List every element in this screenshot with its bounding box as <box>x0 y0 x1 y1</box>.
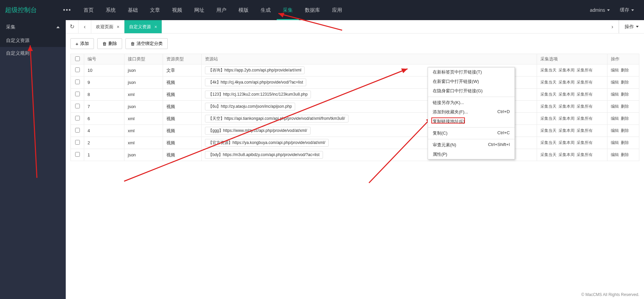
sidebar-item-1[interactable]: 自定义规则 <box>0 47 66 60</box>
opt-all[interactable]: 采集所有 <box>577 128 593 133</box>
context-menu-item[interactable]: 审查元素(N)Ctrl+Shift+I <box>428 140 515 150</box>
sidebar-head[interactable]: 采集 <box>0 20 66 34</box>
context-menu-item[interactable]: 在隐身窗口中打开链接(G) <box>428 86 515 96</box>
row-checkbox[interactable] <box>75 67 80 72</box>
site-pill[interactable]: 【4k】http://cj.4kya.com/api.php/provide/v… <box>205 79 306 86</box>
cell-act: 编辑删除 <box>607 149 639 161</box>
opt-week[interactable]: 采集本周 <box>558 80 575 85</box>
row-checkbox[interactable] <box>75 80 80 84</box>
opt-all[interactable]: 采集所有 <box>577 92 593 97</box>
opt-all[interactable]: 采集所有 <box>577 80 593 85</box>
row-checkbox[interactable] <box>75 140 80 145</box>
site-pill[interactable]: 【ggg】https://www.mlzy.cc/api.php/provide… <box>205 127 311 135</box>
opt-today[interactable]: 采集当天 <box>540 128 556 133</box>
act-del[interactable]: 删除 <box>621 116 629 121</box>
context-menu-item[interactable]: 添加到收藏夹(F)...Ctrl+D <box>428 107 515 117</box>
row-checkbox[interactable] <box>75 92 80 96</box>
topnav-item-3[interactable]: 文章 <box>144 0 166 20</box>
context-menu-item[interactable]: 复制(C)Ctrl+C <box>428 129 515 138</box>
context-menu-item[interactable]: 在新窗口中打开链接(W) <box>428 77 515 86</box>
opt-week[interactable]: 采集本周 <box>558 68 575 72</box>
tab-1[interactable]: 自定义资源× <box>124 20 162 33</box>
act-del[interactable]: 删除 <box>621 92 629 97</box>
sidebar-head-label: 采集 <box>6 24 15 30</box>
topnav-item-4[interactable]: 视频 <box>166 0 188 20</box>
act-edit[interactable]: 编辑 <box>611 92 619 97</box>
topnav-more[interactable]: ••• <box>57 0 77 20</box>
act-edit[interactable]: 编辑 <box>611 140 619 145</box>
opt-today[interactable]: 采集当天 <box>540 152 556 157</box>
site-pill[interactable]: 【官方资源】https://ya.kongbuya.com/api.php/pr… <box>205 139 329 147</box>
user-menu[interactable]: admins <box>585 7 615 13</box>
select-all-checkbox[interactable] <box>75 56 80 61</box>
delete-button[interactable]: 🗑 删除 <box>97 38 122 49</box>
site-pill[interactable]: 【bdy】https://m3u8.apibdzy.com/api.php/pr… <box>205 151 323 159</box>
opt-all[interactable]: 采集所有 <box>577 140 593 145</box>
add-button[interactable]: + 添加 <box>70 38 94 49</box>
trash-icon: 🗑 <box>102 41 107 46</box>
row-checkbox[interactable] <box>75 104 80 108</box>
opt-week[interactable]: 采集本周 <box>558 116 575 121</box>
operate-dropdown[interactable]: 操作 <box>619 20 644 33</box>
forward-button[interactable]: › <box>606 20 619 33</box>
act-edit[interactable]: 编辑 <box>611 116 619 121</box>
act-edit[interactable]: 编辑 <box>611 152 619 157</box>
opt-week[interactable]: 采集本周 <box>558 140 575 145</box>
topnav-item-8[interactable]: 生成 <box>255 0 277 20</box>
context-menu-item[interactable]: 链接另存为(K)... <box>428 98 515 107</box>
opt-week[interactable]: 采集本周 <box>558 152 575 157</box>
row-checkbox[interactable] <box>75 116 80 120</box>
refresh-button[interactable]: ↻ <box>66 20 78 33</box>
opt-all[interactable]: 采集所有 <box>577 104 593 109</box>
topnav-item-5[interactable]: 网址 <box>188 0 210 20</box>
site-pill[interactable]: 【123】http://cj.123ku2.com:12315/inc/123k… <box>205 91 311 98</box>
row-checkbox[interactable] <box>75 152 80 157</box>
opt-today[interactable]: 采集当天 <box>540 80 556 85</box>
site-pill[interactable]: 【咨询】https://app.2yb.com/api.php/provide/… <box>205 66 305 74</box>
act-del[interactable]: 删除 <box>621 128 629 133</box>
act-del[interactable]: 删除 <box>621 80 629 85</box>
cache-menu[interactable]: 缓存 <box>615 7 639 13</box>
opt-week[interactable]: 采集本周 <box>558 128 575 133</box>
context-menu-item[interactable]: 复制链接地址(E) <box>428 117 515 126</box>
opt-week[interactable]: 采集本周 <box>558 92 575 97</box>
opt-week[interactable]: 采集本周 <box>558 104 575 109</box>
back-button[interactable]: ‹ <box>78 20 91 33</box>
topnav-item-9[interactable]: 采集 <box>277 0 299 20</box>
site-pill[interactable]: 【6u】http://zy.ataoju.com/json/inc/apijso… <box>205 103 295 110</box>
act-del[interactable]: 删除 <box>621 104 629 109</box>
opt-all[interactable]: 采集所有 <box>577 68 593 72</box>
sidebar-item-0[interactable]: 自定义资源 <box>0 34 66 47</box>
act-del[interactable]: 删除 <box>621 68 629 72</box>
tab-0[interactable]: 欢迎页面× <box>91 20 124 33</box>
context-menu-item[interactable]: 属性(P) <box>428 150 515 159</box>
context-menu-item[interactable]: 在新标签页中打开链接(T) <box>428 67 515 77</box>
act-edit[interactable]: 编辑 <box>611 68 619 72</box>
act-del[interactable]: 删除 <box>621 140 629 145</box>
topnav-item-10[interactable]: 数据库 <box>299 0 326 20</box>
topnav-item-7[interactable]: 模版 <box>232 0 255 20</box>
row-checkbox[interactable] <box>75 128 80 133</box>
act-edit[interactable]: 编辑 <box>611 80 619 85</box>
act-del[interactable]: 删除 <box>621 152 629 157</box>
topnav-item-2[interactable]: 基础 <box>122 0 144 20</box>
opt-all[interactable]: 采集所有 <box>577 152 593 157</box>
opt-today[interactable]: 采集当天 <box>540 104 556 109</box>
topnav-item-0[interactable]: 首页 <box>77 0 100 20</box>
caret-down-icon <box>631 9 634 11</box>
topnav-item-1[interactable]: 系统 <box>100 0 122 20</box>
cell-api: xml <box>124 113 163 125</box>
opt-today[interactable]: 采集当天 <box>540 140 556 145</box>
close-icon[interactable]: × <box>117 24 119 30</box>
opt-today[interactable]: 采集当天 <box>540 116 556 121</box>
site-pill[interactable]: 【天空】https://api.tiankongapi.com/api.php/… <box>205 115 348 122</box>
topnav-item-11[interactable]: 应用 <box>326 0 348 20</box>
topnav-item-6[interactable]: 用户 <box>210 0 232 20</box>
act-edit[interactable]: 编辑 <box>611 104 619 109</box>
close-icon[interactable]: × <box>154 24 157 30</box>
opt-today[interactable]: 采集当天 <box>540 92 556 97</box>
opt-today[interactable]: 采集当天 <box>540 68 556 72</box>
opt-all[interactable]: 采集所有 <box>577 116 593 121</box>
act-edit[interactable]: 编辑 <box>611 128 619 133</box>
clear-bind-button[interactable]: 🗑 清空绑定分类 <box>125 38 168 49</box>
